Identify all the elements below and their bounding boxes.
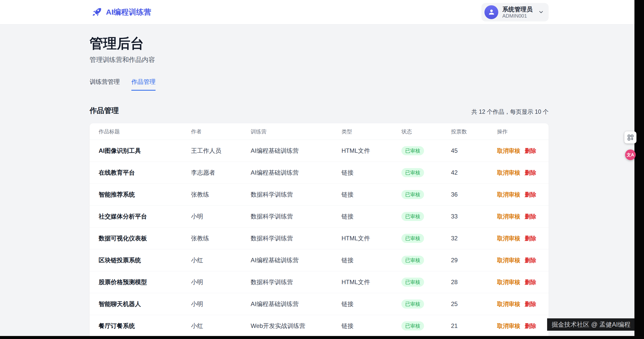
table-row: 股票价格预测模型 小明 数据科学训练营 HTML文件 已审核 28 取消审核 删…: [90, 271, 549, 293]
translate-extension-button[interactable]: 文A: [625, 149, 636, 160]
cancel-review-button[interactable]: 取消审核: [497, 278, 520, 286]
work-author: 王工作人员: [182, 147, 242, 155]
column-header: 操作: [488, 128, 549, 135]
work-camp: AI编程基础训练营: [242, 256, 332, 264]
user-name: 系统管理员: [502, 6, 533, 13]
cancel-review-button[interactable]: 取消审核: [497, 213, 520, 220]
work-type: 链接: [332, 212, 392, 220]
work-camp: 数据科学训练营: [242, 212, 332, 220]
status-badge: 已审核: [401, 168, 424, 177]
status-badge: 已审核: [401, 212, 424, 221]
work-votes: 25: [442, 300, 488, 308]
section-summary: 共 12 个作品，每页显示 10 个: [471, 108, 549, 116]
work-status: 已审核: [392, 234, 442, 243]
work-type: 链接: [332, 191, 392, 199]
translate-icon: 文A: [627, 152, 634, 158]
rocket-icon: [92, 7, 102, 17]
status-badge: 已审核: [401, 299, 424, 309]
cancel-review-button[interactable]: 取消审核: [497, 191, 520, 199]
work-title: AI图像识别工具: [90, 147, 182, 155]
work-author: 小明: [182, 300, 242, 308]
work-status: 已审核: [392, 321, 442, 330]
cancel-review-button[interactable]: 取消审核: [497, 235, 520, 242]
delete-button[interactable]: 删除: [525, 213, 536, 220]
work-title: 数据可视化仪表板: [90, 234, 182, 242]
grid-plus-icon: [627, 134, 634, 141]
row-actions: 取消审核 删除: [488, 213, 549, 220]
delete-button[interactable]: 删除: [525, 322, 536, 330]
work-camp: AI编程基础训练营: [242, 300, 332, 308]
work-type: HTML文件: [332, 234, 392, 242]
cancel-review-button[interactable]: 取消审核: [497, 147, 520, 155]
work-camp: Web开发实战训练营: [242, 322, 332, 330]
work-type: HTML文件: [332, 278, 392, 286]
tab-camp-management[interactable]: 训练营管理: [90, 78, 120, 91]
delete-button[interactable]: 删除: [525, 147, 536, 155]
status-badge: 已审核: [401, 321, 424, 330]
table-row: 区块链投票系统 小红 AI编程基础训练营 链接 已审核 29 取消审核 删除: [90, 249, 549, 271]
row-actions: 取消审核 删除: [488, 256, 549, 264]
work-votes: 45: [442, 147, 488, 154]
work-type: 链接: [332, 169, 392, 177]
status-badge: 已审核: [401, 234, 424, 243]
delete-button[interactable]: 删除: [525, 300, 536, 308]
table-body: AI图像识别工具 王工作人员 AI编程基础训练营 HTML文件 已审核 45 取…: [90, 140, 549, 336]
work-votes: 21: [442, 322, 488, 329]
cancel-review-button[interactable]: 取消审核: [497, 322, 520, 330]
brand[interactable]: AI编程训练营: [92, 7, 151, 17]
sidebar-widgets-button[interactable]: [624, 131, 636, 143]
work-camp: 数据科学训练营: [242, 191, 332, 199]
table-row: 智能聊天机器人 小明 AI编程基础训练营 链接 已审核 25 取消审核 删除: [90, 293, 549, 315]
work-author: 小红: [182, 256, 242, 264]
work-type: 链接: [332, 300, 392, 308]
chevron-down-icon: [538, 9, 544, 15]
work-status: 已审核: [392, 190, 442, 199]
work-camp: AI编程基础训练营: [242, 147, 332, 155]
work-title: 社交媒体分析平台: [90, 212, 182, 220]
work-votes: 28: [442, 279, 488, 286]
work-votes: 33: [442, 213, 488, 220]
table-row: 餐厅订餐系统 小红 Web开发实战训练营 链接 已审核 21 取消审核 删除: [90, 315, 549, 336]
works-table-card: 作品标题 作者 训练营 类型 状态 投票数 操作 AI图像识: [90, 123, 549, 336]
status-badge: 已审核: [401, 278, 424, 287]
work-author: 小明: [182, 212, 242, 220]
delete-button[interactable]: 删除: [525, 235, 536, 242]
delete-button[interactable]: 删除: [525, 169, 536, 177]
work-votes: 32: [442, 235, 488, 242]
work-author: 张教练: [182, 191, 242, 199]
work-camp: 数据科学训练营: [242, 278, 332, 286]
column-header: 训练营: [242, 128, 332, 135]
app-page: AI编程训练营 系统管理员 ADMIN001 管理后台 管理训练营和作品内容: [0, 0, 634, 336]
work-status: 已审核: [392, 168, 442, 177]
cancel-review-button[interactable]: 取消审核: [497, 300, 520, 308]
user-meta: 系统管理员 ADMIN001: [502, 6, 533, 19]
work-status: 已审核: [392, 256, 442, 265]
user-menu[interactable]: 系统管理员 ADMIN001: [481, 3, 549, 21]
delete-button[interactable]: 删除: [525, 256, 536, 264]
work-author: 张教练: [182, 234, 242, 242]
table-row: 社交媒体分析平台 小明 数据科学训练营 链接 已审核 33 取消审核 删除: [90, 206, 549, 228]
work-status: 已审核: [392, 278, 442, 287]
work-author: 李志愿者: [182, 169, 242, 177]
top-header: AI编程训练营 系统管理员 ADMIN001: [0, 0, 634, 24]
tab-work-management[interactable]: 作品管理: [131, 78, 156, 91]
section-header: 作品管理 共 12 个作品，每页显示 10 个: [90, 106, 549, 116]
work-status: 已审核: [392, 146, 442, 155]
work-title: 股票价格预测模型: [90, 278, 182, 286]
status-badge: 已审核: [401, 146, 424, 155]
row-actions: 取消审核 删除: [488, 300, 549, 308]
column-header: 作者: [182, 128, 242, 135]
row-actions: 取消审核 删除: [488, 191, 549, 199]
work-votes: 29: [442, 257, 488, 264]
work-title: 智能推荐系统: [90, 191, 182, 199]
cancel-review-button[interactable]: 取消审核: [497, 256, 520, 264]
table-row: AI图像识别工具 王工作人员 AI编程基础训练营 HTML文件 已审核 45 取…: [90, 140, 549, 162]
work-type: 链接: [332, 256, 392, 264]
delete-button[interactable]: 删除: [525, 191, 536, 199]
column-header: 状态: [392, 128, 442, 135]
work-author: 小红: [182, 322, 242, 330]
table-row: 数据可视化仪表板 张教练 数据科学训练营 HTML文件 已审核 32 取消审核 …: [90, 228, 549, 249]
status-badge: 已审核: [401, 190, 424, 199]
cancel-review-button[interactable]: 取消审核: [497, 169, 520, 177]
delete-button[interactable]: 删除: [525, 278, 536, 286]
